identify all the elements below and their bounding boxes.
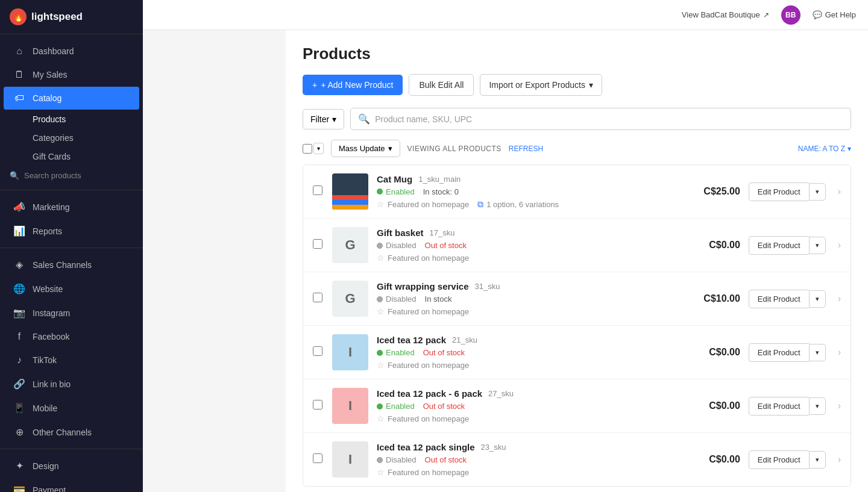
stock-text-iced-tea-single: Out of stock (425, 455, 467, 464)
filter-button[interactable]: Filter ▾ (303, 109, 344, 129)
edit-product-dropdown-gift-wrapping[interactable]: ▾ (809, 290, 826, 308)
edit-product-button-cat-mug[interactable]: Edit Product (749, 182, 809, 201)
sidebar-item-dashboard[interactable]: ⌂ Dashboard (4, 40, 139, 63)
chat-icon: 💬 (813, 10, 822, 19)
sidebar-item-categories[interactable]: Categories (33, 129, 139, 147)
product-search-input[interactable] (375, 114, 843, 124)
status-dot-gift-basket (377, 243, 383, 249)
edit-product-button-iced-tea-single[interactable]: Edit Product (749, 450, 809, 469)
checkbox-iced-tea-single[interactable] (313, 453, 322, 463)
actions-bar: ▾ Mass Update ▾ VIEWING ALL PRODUCTS REF… (303, 140, 851, 157)
filter-chevron-icon: ▾ (332, 114, 336, 124)
design-icon: ✦ (13, 460, 25, 472)
edit-product-button-iced-tea-12[interactable]: Edit Product (749, 343, 809, 362)
sidebar-item-link-in-bio[interactable]: 🔗 Link in bio (4, 372, 139, 396)
sidebar-item-tiktok[interactable]: ♪ TikTok (4, 349, 139, 372)
product-name-gift-basket: Gift basket (377, 228, 424, 238)
star-icon-gift-basket: ☆ (377, 253, 385, 263)
status-dot-cat-mug (377, 188, 383, 195)
star-icon-gift-wrapping: ☆ (377, 307, 385, 316)
edit-product-button-gift-wrapping[interactable]: Edit Product (749, 290, 809, 308)
edit-product-dropdown-cat-mug[interactable]: ▾ (809, 183, 826, 201)
sidebar-item-facebook[interactable]: f Facebook (4, 325, 139, 348)
row-expand-chevron-iced-tea-single[interactable]: › (838, 454, 841, 465)
status-text-cat-mug: Enabled (386, 187, 415, 196)
checkbox-cat-mug[interactable] (313, 185, 322, 195)
sidebar-item-my-sales[interactable]: 🗒 My Sales (4, 63, 139, 86)
status-badge-iced-tea-single: Disabled (377, 455, 417, 464)
link-icon: 🔗 (13, 378, 25, 390)
sidebar-item-gift-cards[interactable]: Gift Cards (33, 148, 139, 166)
refresh-link[interactable]: REFRESH (509, 145, 543, 153)
sidebar-item-catalog[interactable]: 🏷 Catalog (4, 87, 139, 110)
catalog-label: Catalog (33, 93, 61, 103)
product-info-iced-tea-single: Iced tea 12 pack single 23_sku Disabled … (377, 442, 678, 477)
product-row-gift-basket: G Gift basket 17_sku Disabled Out of sto… (303, 219, 851, 272)
user-avatar[interactable]: BB (781, 5, 800, 25)
edit-product-dropdown-iced-tea-12[interactable]: ▾ (809, 344, 826, 361)
product-sku-iced-tea-12: 21_sku (452, 335, 477, 344)
row-expand-chevron-gift-basket[interactable]: › (838, 240, 841, 251)
checkbox-iced-tea-12[interactable] (313, 346, 322, 356)
select-all-checkbox[interactable] (303, 144, 312, 154)
facebook-label: Facebook (33, 332, 69, 341)
product-name-iced-tea-12: Iced tea 12 pack (377, 335, 446, 345)
edit-product-button-gift-basket[interactable]: Edit Product (749, 236, 809, 255)
product-thumbnail-gift-basket: G (332, 227, 368, 263)
product-name-iced-tea-single: Iced tea 12 pack single (377, 442, 475, 452)
product-sku-gift-wrapping: 31_sku (475, 282, 500, 291)
edit-button-group-iced-tea-12-6: Edit Product ▾ (749, 397, 826, 416)
status-dot-iced-tea-12 (377, 350, 383, 356)
select-dropdown-button[interactable]: ▾ (313, 143, 324, 154)
edit-product-button-iced-tea-12-6[interactable]: Edit Product (749, 397, 809, 416)
product-price-cat-mug: C$25.00 (686, 186, 740, 197)
sort-button[interactable]: NAME: A TO Z ▾ (798, 145, 851, 153)
sidebar-item-website[interactable]: 🌐 Website (4, 277, 139, 300)
instagram-label: Instagram (33, 308, 70, 318)
checkbox-gift-basket[interactable] (313, 239, 322, 249)
sidebar-item-design[interactable]: ✦ Design (4, 454, 139, 478)
sidebar-item-other-channels[interactable]: ⊕ Other Channels (4, 420, 139, 444)
edit-product-dropdown-gift-basket[interactable]: ▾ (809, 237, 826, 254)
product-sku-iced-tea-single: 23_sku (481, 443, 506, 452)
product-price-iced-tea-single: C$0.00 (686, 454, 740, 465)
get-help-label: Get Help (825, 10, 856, 19)
edit-product-dropdown-iced-tea-single[interactable]: ▾ (809, 451, 826, 469)
marketing-icon: 📣 (13, 201, 25, 213)
product-checkbox-iced-tea-12-6 (313, 400, 324, 412)
row-expand-chevron-gift-wrapping[interactable]: › (838, 293, 841, 304)
featured-badge-iced-tea-single: ☆ Featured on homepage (377, 467, 469, 477)
get-help-link[interactable]: 💬 Get Help (813, 10, 856, 19)
stock-text-iced-tea-12-6: Out of stock (423, 402, 465, 411)
row-expand-chevron-cat-mug[interactable]: › (838, 186, 841, 197)
filter-bar: Filter ▾ 🔍 (303, 108, 851, 130)
sidebar-item-reports[interactable]: 📊 Reports (4, 219, 139, 243)
sidebar-item-products[interactable]: Products (33, 110, 139, 128)
import-export-button[interactable]: Import or Export Products ▾ (480, 74, 602, 96)
product-row-gift-wrapping: G Gift wrapping service 31_sku Disabled … (303, 272, 851, 326)
featured-badge-gift-basket: ☆ Featured on homepage (377, 253, 469, 263)
checkbox-gift-wrapping[interactable] (313, 293, 322, 302)
sidebar-item-mobile[interactable]: 📱 Mobile (4, 396, 139, 420)
edit-product-dropdown-iced-tea-12-6[interactable]: ▾ (809, 397, 826, 415)
mass-update-label: Mass Update (339, 144, 385, 153)
add-new-product-button[interactable]: + + Add New Product (303, 75, 403, 95)
sidebar-item-sales-channels[interactable]: ◈ Sales Channels (4, 253, 139, 276)
checkbox-iced-tea-12-6[interactable] (313, 400, 322, 409)
featured-text-gift-basket: Featured on homepage (388, 254, 469, 263)
product-checkbox-iced-tea-single (313, 453, 324, 466)
sidebar-item-marketing[interactable]: 📣 Marketing (4, 195, 139, 219)
status-text-gift-basket: Disabled (386, 241, 417, 250)
product-checkbox-gift-wrapping (313, 293, 324, 305)
sidebar-item-payment[interactable]: 💳 Payment (4, 478, 139, 492)
mass-update-button[interactable]: Mass Update ▾ (331, 140, 400, 157)
view-store-link[interactable]: View BadCat Boutique ↗ (682, 10, 769, 19)
product-price-gift-basket: C$0.00 (686, 240, 740, 251)
sidebar-item-instagram[interactable]: 📷 Instagram (4, 301, 139, 325)
reports-label: Reports (33, 226, 62, 236)
bulk-edit-button[interactable]: Bulk Edit All (409, 74, 474, 96)
payment-label: Payment (33, 485, 66, 493)
sidebar-search[interactable]: 🔍 Search products (0, 166, 143, 185)
row-expand-chevron-iced-tea-12[interactable]: › (838, 347, 841, 358)
row-expand-chevron-iced-tea-12-6[interactable]: › (838, 400, 841, 411)
